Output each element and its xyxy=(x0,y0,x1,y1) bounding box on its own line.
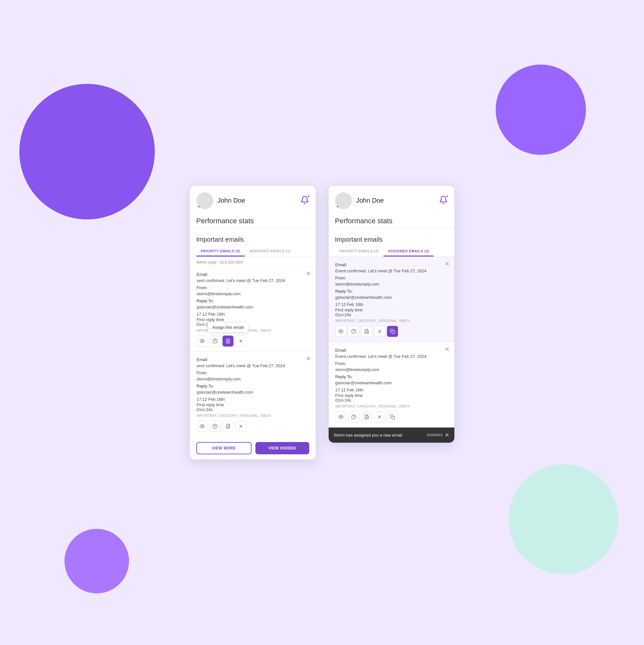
right-action-copy-2[interactable] xyxy=(387,411,398,422)
left-action-icons-2 xyxy=(197,421,309,432)
left-email-close-1[interactable]: ✕ xyxy=(306,271,311,276)
right-action-x-1[interactable] xyxy=(374,326,385,337)
right-replyto-field-2: Reply To: gsinclair@oneteamhealth.com xyxy=(335,374,447,386)
left-view-more-button[interactable]: VIEW MORE xyxy=(197,442,252,454)
right-replyto-field-1: Reply To: gsinclair@oneteamhealth.com xyxy=(335,288,447,301)
left-email-field-1-label: Email: vent confirmed: Let's meet @ Tue … xyxy=(197,271,309,284)
bg-circle-mint xyxy=(509,464,618,574)
right-perf-stats-title: Performance stats xyxy=(335,217,448,225)
left-user-name: John Doe xyxy=(218,197,296,204)
left-bell-button[interactable] xyxy=(300,196,309,206)
left-perf-stats-section: Performance stats xyxy=(190,214,316,232)
left-view-hidden-button[interactable]: VIEW HIDDEN xyxy=(255,442,309,454)
right-toast: Storm has assigned you a new email DISMI… xyxy=(329,428,454,443)
right-tabs: PRIORITY EMAILS (3) ASSIGNED EMAILS (2) xyxy=(329,246,454,257)
right-action-assign-1[interactable] xyxy=(361,326,372,337)
right-email-close-2[interactable]: ✕ xyxy=(445,347,449,352)
left-sla-label: Within reply - SLA 02h:00m xyxy=(190,257,316,266)
svg-point-7 xyxy=(202,426,203,427)
left-replyto-field-2: Reply To: gsinclair@oneteamhealth.com xyxy=(197,383,309,396)
left-email-field-2: Email: vent confirmed: Let's meet @ Tue … xyxy=(197,357,309,369)
right-action-x-2[interactable] xyxy=(374,411,385,422)
right-first-reply-label-2: First reply time xyxy=(335,393,447,398)
right-email-tags-2: IMPORTANT, CATEGORY_PERSONAL, INBOX xyxy=(335,405,447,408)
right-perf-stats-section: Performance stats xyxy=(329,214,454,232)
right-from-field-2: From: storm@timetoreply.com xyxy=(335,361,447,373)
left-first-reply-value-2: 01m:24s xyxy=(197,407,309,412)
left-action-x-2[interactable] xyxy=(236,421,246,432)
right-tab-assigned[interactable]: ASSIGNED EMAILS (2) xyxy=(383,246,434,256)
left-bell-dot xyxy=(307,195,310,198)
right-email-time-2: 17:12 Feb 16th xyxy=(335,388,447,392)
right-action-icons-1 xyxy=(335,326,447,337)
left-email-time-2: 17:12 Feb 16th xyxy=(197,397,309,402)
bg-circle-bottom xyxy=(64,529,129,593)
left-tab-assigned[interactable]: ASSIGNED EMAILS (1) xyxy=(245,246,295,256)
left-first-reply-label-2: First reply time xyxy=(197,402,309,407)
right-email-card-2: ✕ Email: Event confirmed: Let's meet @ T… xyxy=(329,342,454,427)
right-card: John Doe Performance stats Important ema… xyxy=(329,186,454,443)
left-avatar xyxy=(197,192,213,209)
right-toast-message: Storm has assigned you a new email xyxy=(334,433,402,438)
right-bell-button[interactable] xyxy=(439,196,448,206)
left-email-value-1: vent confirmed: Let's meet @ Tue Feb 27,… xyxy=(197,278,285,283)
left-card-header: John Doe xyxy=(190,186,316,214)
left-important-emails-title: Important emails xyxy=(197,236,309,243)
left-from-field-1: From: storm@timetoreply.com xyxy=(197,284,309,297)
right-action-question-1[interactable] xyxy=(348,326,359,337)
right-action-eye-2[interactable] xyxy=(335,411,346,422)
right-tab-priority[interactable]: PRIORITY EMAILS (3) xyxy=(335,246,383,256)
right-online-dot xyxy=(336,205,339,208)
svg-rect-29 xyxy=(392,416,395,419)
right-first-reply-value-1: 01m:24s xyxy=(335,312,447,317)
left-tabs: PRIORITY EMAILS (3) ASSIGNED EMAILS (1) xyxy=(190,246,316,257)
right-email-field-2: Email: Event confirmed: Let's meet @ Tue… xyxy=(335,347,447,360)
left-email-close-2[interactable]: ✕ xyxy=(306,356,311,362)
right-toast-dismiss-label: DISMISS xyxy=(427,433,443,437)
right-first-reply-value-2: 01m:24s xyxy=(335,398,447,403)
left-action-question-2[interactable] xyxy=(210,421,221,432)
left-important-emails-section: Important emails PRIORITY EMAILS (3) ASS… xyxy=(190,232,316,257)
right-email-tags-1: IMPORTANT, CATEGORY_PERSONAL, INBOX xyxy=(335,319,447,322)
left-email-card-2: ✕ Email: vent confirmed: Let's meet @ Tu… xyxy=(190,352,316,437)
right-avatar xyxy=(335,192,352,209)
left-email-tags-2: IMPORTANT, CATEGORY_PERSONAL, INBOX xyxy=(197,414,309,418)
left-action-question-1[interactable] xyxy=(210,336,221,347)
left-tooltip-popup-1: Assign this email xyxy=(207,322,249,333)
left-perf-divider xyxy=(190,228,316,228)
left-card: John Doe Performance stats Important ema… xyxy=(190,186,316,459)
right-bell-dot xyxy=(446,195,448,198)
right-toast-dismiss-button[interactable]: DISMISS ✕ xyxy=(427,432,449,438)
left-action-x-1[interactable] xyxy=(236,336,246,347)
right-important-emails-section: Important emails PRIORITY EMAILS (3) ASS… xyxy=(329,232,454,257)
left-from-field-2: From: storm@timetoreply.com xyxy=(197,370,309,382)
left-perf-stats-title: Performance stats xyxy=(197,217,309,225)
right-toast-close-icon: ✕ xyxy=(445,432,449,438)
right-action-eye-1[interactable] xyxy=(335,326,346,337)
left-tooltip-container-1: Assign this email xyxy=(223,336,234,347)
right-from-field-1: From: storm@timetoreply.com xyxy=(335,275,447,287)
right-action-assign-2[interactable] xyxy=(361,411,372,422)
left-action-eye-1[interactable] xyxy=(197,336,208,347)
right-email-time-1: 17:12 Feb 16th xyxy=(335,302,447,307)
right-email-close-1[interactable]: ✕ xyxy=(445,261,449,267)
left-action-assign-2[interactable] xyxy=(223,421,234,432)
right-email-card-1: ✕ Email: Event confirmed: Let's meet @ T… xyxy=(329,257,454,342)
bg-circle-left xyxy=(19,84,155,219)
right-action-copy-1[interactable] xyxy=(387,326,398,337)
left-action-icons-1: Assign this email xyxy=(197,336,309,347)
right-user-name: John Doe xyxy=(356,197,434,204)
left-tab-priority[interactable]: PRIORITY EMAILS (3) xyxy=(197,246,245,256)
right-card-header: John Doe xyxy=(329,186,454,214)
right-first-reply-label-1: First reply time xyxy=(335,307,447,312)
left-action-assign-1[interactable] xyxy=(223,336,234,347)
cards-container: John Doe Performance stats Important ema… xyxy=(190,186,454,459)
left-action-eye-2[interactable] xyxy=(197,421,208,432)
left-online-dot xyxy=(197,205,201,208)
right-action-question-2[interactable] xyxy=(348,411,359,422)
left-first-reply-label-1: First reply time xyxy=(197,317,309,322)
bg-circle-right xyxy=(496,64,586,155)
left-card-footer: VIEW MORE VIEW HIDDEN xyxy=(190,437,316,459)
svg-point-14 xyxy=(340,331,341,332)
left-replyto-field-1: Reply To: gsinclair@oneteamhealth.com xyxy=(197,298,309,310)
